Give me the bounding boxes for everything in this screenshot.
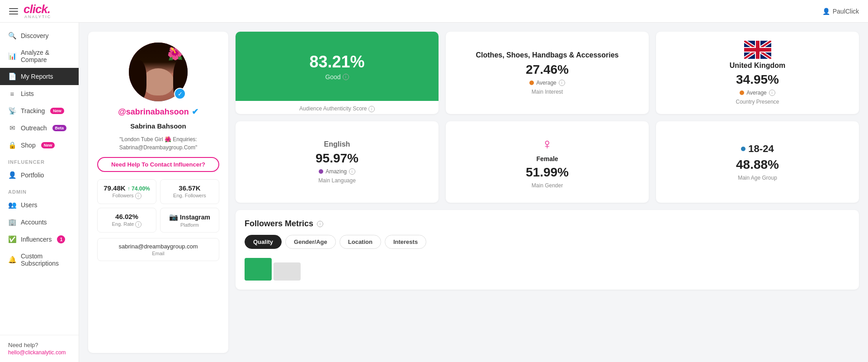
sidebar-item-portfolio[interactable]: 👤 Portfolio: [0, 167, 79, 184]
age-group: 18-24: [748, 143, 774, 155]
gender-pct: 51.99%: [526, 165, 569, 180]
sidebar-item-label: Shop: [21, 142, 36, 149]
profile-card: 🌺 ✓ @sabrinabahsoon ✔ Sabrina Bahsoon "L…: [88, 32, 228, 353]
location-badge: Average i: [740, 90, 775, 96]
content-area: 🌺 ✓ @sabrinabahsoon ✔ Sabrina Bahsoon "L…: [79, 23, 868, 362]
sidebar-item-discovery[interactable]: 🔍 Discovery: [0, 27, 79, 44]
sidebar-item-label: Influencers: [21, 236, 52, 243]
shop-badge: New: [41, 142, 55, 148]
gender-icon: ♀: [542, 136, 553, 152]
logo-text: click.: [24, 3, 51, 15]
gender-card: ♀ Female 51.99% Main Gender: [446, 121, 649, 203]
interest-pct: 27.46%: [526, 62, 569, 77]
tab-location[interactable]: Location: [340, 235, 381, 249]
language-sub: Main Language: [318, 177, 356, 184]
followers-growth: ↑ 74.00%: [127, 186, 150, 192]
sidebar-item-influencers[interactable]: ✅ Influencers 1: [0, 231, 79, 248]
portfolio-icon: 👤: [8, 171, 16, 179]
age-group-row: 18-24: [741, 143, 774, 155]
age-sub: Main Age Group: [738, 175, 777, 181]
language-badge: Amazing i: [319, 168, 355, 175]
platform-label: Platform: [166, 222, 213, 228]
followers-metrics-section: Followers Metrics i Quality Gender/Age L…: [236, 210, 859, 290]
outreach-badge: Beta: [52, 125, 67, 131]
profile-name: Sabrina Bahsoon: [130, 122, 186, 130]
uk-flag-icon: [744, 41, 771, 59]
handle-text: @sabrinabahsoon: [118, 107, 189, 117]
auth-label: Audience Authenticity Score i: [299, 101, 375, 114]
auth-rating: Good i: [325, 73, 349, 81]
sidebar-item-shop[interactable]: 🔒 Shop New: [0, 137, 79, 154]
interest-sub: Main Interest: [532, 89, 563, 95]
eng-rate-value: 46.02%: [103, 213, 151, 220]
logo: click. ANALYTIC: [24, 3, 51, 19]
tracking-icon: 📡: [8, 107, 16, 115]
auth-info-icon[interactable]: i: [343, 74, 349, 80]
influencer-section-label: INFLUENCER: [0, 154, 79, 167]
age-pct: 48.88%: [736, 157, 779, 172]
tab-quality[interactable]: Quality: [245, 235, 282, 249]
logo-sub: ANALYTIC: [24, 15, 51, 19]
help-text: Need help?: [8, 342, 71, 348]
followers-info-icon[interactable]: i: [135, 193, 142, 199]
reports-icon: 📄: [8, 72, 16, 81]
tracking-badge: New: [50, 108, 64, 114]
location-avg-dot: [740, 90, 744, 95]
sidebar-item-label: Lists: [21, 90, 34, 97]
location-pct: 34.95%: [736, 72, 779, 87]
followers-label: Followers i: [103, 193, 151, 199]
profile-handle: @sabrinabahsoon ✔: [118, 107, 198, 117]
location-sub: Country Presence: [736, 99, 779, 105]
sidebar-item-my-reports[interactable]: 📄 My Reports: [0, 68, 79, 85]
sidebar: 🔍 Discovery 📊 Analyze & Compare 📄 My Rep…: [0, 23, 79, 362]
contact-influencer-button[interactable]: Need Help To Contact Influencer?: [97, 157, 219, 172]
sidebar-footer: Need help? hello@clickanalytic.com: [0, 335, 79, 362]
tab-interests[interactable]: Interests: [385, 235, 426, 249]
main-layout: 🔍 Discovery 📊 Analyze & Compare 📄 My Rep…: [0, 23, 868, 362]
second-metrics-grid: English 95.97% Amazing i Main Language ♀…: [236, 121, 859, 203]
auth-percentage: 83.21%: [309, 52, 364, 71]
sidebar-item-users[interactable]: 👥 Users: [0, 196, 79, 214]
tab-gender-age[interactable]: Gender/Age: [285, 235, 336, 249]
auth-green-box: 83.21% Good i: [236, 32, 439, 101]
interest-info-icon[interactable]: i: [559, 80, 565, 86]
admin-section-label: ADMIN: [0, 184, 79, 196]
followers-stat: 79.48K ↑ 74.00% Followers i: [97, 179, 156, 204]
topbar-left: click. ANALYTIC: [9, 3, 51, 19]
analyze-icon: 📊: [8, 52, 16, 60]
language-pct: 95.97%: [316, 151, 359, 166]
username: PaulClick: [833, 8, 859, 15]
avatar-wrap: 🌺 ✓: [129, 43, 188, 101]
sidebar-item-accounts[interactable]: 🏢 Accounts: [0, 214, 79, 231]
hamburger-menu[interactable]: [9, 8, 18, 14]
location-info-icon[interactable]: i: [769, 90, 775, 96]
user-icon: 👤: [822, 8, 830, 15]
followers-chart-preview: [245, 253, 850, 281]
language-info-icon[interactable]: i: [349, 168, 355, 175]
sidebar-item-label: Users: [21, 201, 38, 209]
sidebar-item-lists[interactable]: ≡ Lists: [0, 85, 79, 102]
sidebar-item-label: Portfolio: [21, 171, 44, 179]
sidebar-item-label: My Reports: [21, 73, 53, 80]
followers-tabs: Quality Gender/Age Location Interests: [245, 235, 850, 249]
influencers-count: 1: [57, 235, 65, 243]
auth-label-info[interactable]: i: [368, 106, 375, 112]
interest-title: Clothes, Shoes, Handbags & Accessories: [476, 51, 619, 60]
eng-rate-label: Eng. Rate i: [103, 221, 151, 228]
topbar: click. ANALYTIC 👤 PaulClick: [0, 0, 868, 23]
sidebar-item-tracking[interactable]: 📡 Tracking New: [0, 102, 79, 119]
age-dot: [741, 147, 745, 151]
sidebar-item-analyze[interactable]: 📊 Analyze & Compare: [0, 44, 79, 68]
gender-sub: Main Gender: [532, 182, 563, 189]
help-email[interactable]: hello@clickanalytic.com: [8, 349, 71, 356]
sidebar-item-outreach[interactable]: ✉ Outreach Beta: [0, 119, 79, 137]
location-country: United Kingdom: [730, 62, 786, 70]
followers-metrics-info[interactable]: i: [317, 221, 323, 227]
authenticity-card: 83.21% Good i Audience Authenticity Scor…: [236, 32, 439, 114]
sidebar-item-label: Tracking: [21, 107, 45, 114]
shop-icon: 🔒: [8, 141, 16, 149]
influencers-icon: ✅: [8, 235, 16, 243]
eng-rate-info-icon[interactable]: i: [135, 221, 142, 228]
sidebar-item-custom-subs[interactable]: 🔔 Custom Subscriptions: [0, 248, 79, 272]
instagram-icon: 📷: [169, 213, 178, 221]
